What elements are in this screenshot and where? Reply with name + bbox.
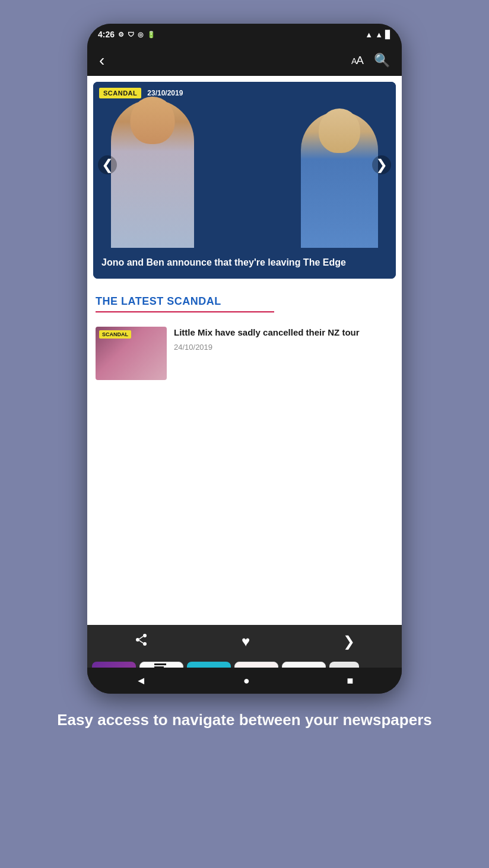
- person-right: [301, 111, 378, 248]
- bottom-action-bar: ♥ ❯: [87, 625, 402, 658]
- shield-icon: 🛡: [128, 31, 134, 38]
- hero-card: SCANDAL 23/10/2019 ❮ ❯ Jono and Ben anno…: [93, 82, 396, 279]
- svg-line-4: [139, 640, 143, 643]
- hero-image: ❮ ❯: [93, 82, 396, 248]
- hero-date: 23/10/2019: [147, 89, 183, 97]
- section-title: THE LATEST SCANDAL: [96, 295, 393, 308]
- back-button[interactable]: ‹: [99, 51, 104, 70]
- hero-scandal-badge: SCANDAL: [99, 88, 141, 98]
- top-nav: ‹ AA 🔍: [87, 45, 402, 76]
- back-nav-button[interactable]: ◄: [136, 675, 147, 687]
- font-size-button[interactable]: AA: [351, 54, 363, 67]
- status-bar: 4:26 ⚙ 🛡 ◎ 🔋 ▲ ▲ ▊: [87, 24, 402, 45]
- hero-caption: Jono and Ben announce that they're leavi…: [93, 248, 396, 279]
- svg-line-3: [139, 636, 143, 639]
- chevron-down-button[interactable]: ❯: [343, 633, 355, 650]
- news-text: Little Mix have sadly cancelled their NZ…: [174, 327, 393, 352]
- heart-button[interactable]: ♥: [242, 633, 250, 650]
- signal-icon: ▲: [375, 30, 383, 39]
- news-date: 24/10/2019: [174, 343, 393, 352]
- bottom-caption-text: Easy access to navigate between your new…: [57, 710, 432, 730]
- news-title: Little Mix have sadly cancelled their NZ…: [174, 327, 393, 339]
- bottom-caption: Easy access to navigate between your new…: [21, 694, 468, 742]
- person-left: [111, 100, 194, 248]
- hero-arrow-left[interactable]: ❮: [98, 155, 117, 174]
- content-area: SCANDAL 23/10/2019 ❮ ❯ Jono and Ben anno…: [87, 76, 402, 658]
- news-item[interactable]: SCANDAL Little Mix have sadly cancelled …: [87, 322, 402, 385]
- settings-icon: ⚙: [118, 31, 124, 39]
- recent-nav-button[interactable]: ■: [347, 675, 353, 687]
- phone-wrapper: 4:26 ⚙ 🛡 ◎ 🔋 ▲ ▲ ▊ ‹ AA 🔍 SCANDAL 23/10/…: [87, 24, 402, 694]
- news-thumbnail: SCANDAL: [96, 327, 167, 380]
- wifi-icon: ▲: [365, 30, 373, 39]
- hero-badge-row: SCANDAL 23/10/2019: [99, 88, 183, 98]
- svg-point-1: [136, 638, 139, 642]
- android-nav-bar: ◄ ● ■: [87, 668, 402, 694]
- home-nav-button[interactable]: ●: [243, 675, 250, 687]
- section-divider: [96, 311, 393, 312]
- hero-arrow-right[interactable]: ❯: [372, 155, 391, 174]
- svg-point-0: [143, 634, 147, 637]
- location-icon: ◎: [138, 31, 144, 39]
- news-thumb-badge: SCANDAL: [99, 330, 131, 339]
- share-button[interactable]: [134, 633, 148, 650]
- search-button[interactable]: 🔍: [374, 53, 390, 68]
- hero-headline: Jono and Ben announce that they're leavi…: [101, 256, 388, 269]
- battery-level-icon: ▊: [385, 30, 391, 39]
- time-display: 4:26: [98, 30, 115, 39]
- section-header: THE LATEST SCANDAL: [87, 285, 402, 322]
- svg-point-2: [143, 642, 147, 646]
- battery-icon: 🔋: [147, 31, 155, 39]
